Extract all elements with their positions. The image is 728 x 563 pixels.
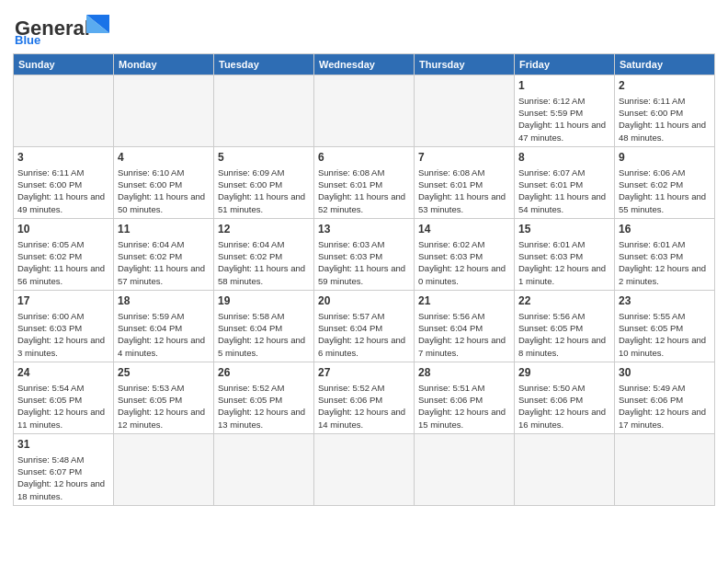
header-row: SundayMondayTuesdayWednesdayThursdayFrid… <box>14 54 715 75</box>
day-info: Sunrise: 5:53 AM Sunset: 6:05 PM Dayligh… <box>118 383 205 430</box>
calendar-cell: 23Sunrise: 5:55 AM Sunset: 6:05 PM Dayli… <box>615 290 715 362</box>
day-info: Sunrise: 6:08 AM Sunset: 6:01 PM Dayligh… <box>318 167 405 214</box>
day-number: 2 <box>619 78 711 94</box>
day-info: Sunrise: 5:56 AM Sunset: 6:04 PM Dayligh… <box>418 311 506 358</box>
calendar-cell: 6Sunrise: 6:08 AM Sunset: 6:01 PM Daylig… <box>314 146 415 218</box>
day-number: 29 <box>518 365 610 381</box>
day-number: 5 <box>218 150 310 166</box>
day-number: 7 <box>418 150 510 166</box>
week-row-1: 1Sunrise: 6:12 AM Sunset: 5:59 PM Daylig… <box>14 75 715 147</box>
header-sunday: Sunday <box>14 54 114 75</box>
calendar-cell: 11Sunrise: 6:04 AM Sunset: 6:02 PM Dayli… <box>114 218 214 290</box>
calendar-cell: 14Sunrise: 6:02 AM Sunset: 6:03 PM Dayli… <box>415 218 515 290</box>
week-row-2: 3Sunrise: 6:11 AM Sunset: 6:00 PM Daylig… <box>14 146 715 218</box>
calendar-cell: 12Sunrise: 6:04 AM Sunset: 6:02 PM Dayli… <box>214 218 314 290</box>
day-info: Sunrise: 5:58 AM Sunset: 6:04 PM Dayligh… <box>218 311 305 358</box>
calendar-cell: 26Sunrise: 5:52 AM Sunset: 6:05 PM Dayli… <box>214 362 314 433</box>
day-info: Sunrise: 5:48 AM Sunset: 6:07 PM Dayligh… <box>17 454 105 501</box>
week-row-6: 31Sunrise: 5:48 AM Sunset: 6:07 PM Dayli… <box>14 433 715 505</box>
calendar-page: General General Blue SundayMondayTuesday… <box>0 0 728 563</box>
day-number: 11 <box>118 222 210 237</box>
day-number: 17 <box>17 293 109 309</box>
day-number: 27 <box>318 365 410 381</box>
calendar-cell: 21Sunrise: 5:56 AM Sunset: 6:04 PM Dayli… <box>415 290 515 362</box>
calendar-cell <box>515 433 615 505</box>
day-info: Sunrise: 6:02 AM Sunset: 6:03 PM Dayligh… <box>418 239 506 286</box>
day-number: 4 <box>118 150 210 166</box>
day-number: 19 <box>218 293 310 309</box>
calendar-cell: 10Sunrise: 6:05 AM Sunset: 6:02 PM Dayli… <box>14 218 114 290</box>
calendar-cell <box>314 433 415 505</box>
calendar-cell: 22Sunrise: 5:56 AM Sunset: 6:05 PM Dayli… <box>515 290 615 362</box>
day-info: Sunrise: 6:04 AM Sunset: 6:02 PM Dayligh… <box>118 239 205 286</box>
day-number: 8 <box>518 150 610 166</box>
day-info: Sunrise: 6:09 AM Sunset: 6:00 PM Dayligh… <box>218 167 305 214</box>
calendar-cell <box>615 433 715 505</box>
calendar-cell: 29Sunrise: 5:50 AM Sunset: 6:06 PM Dayli… <box>515 362 615 433</box>
calendar-cell <box>415 433 515 505</box>
calendar-cell: 13Sunrise: 6:03 AM Sunset: 6:03 PM Dayli… <box>314 218 415 290</box>
day-number: 21 <box>418 293 510 309</box>
calendar-cell <box>114 433 214 505</box>
day-number: 9 <box>619 150 711 166</box>
calendar-cell: 7Sunrise: 6:08 AM Sunset: 6:01 PM Daylig… <box>415 146 515 218</box>
day-info: Sunrise: 6:04 AM Sunset: 6:02 PM Dayligh… <box>218 239 305 286</box>
header-tuesday: Tuesday <box>214 54 314 75</box>
calendar-cell: 8Sunrise: 6:07 AM Sunset: 6:01 PM Daylig… <box>515 146 615 218</box>
calendar-cell: 5Sunrise: 6:09 AM Sunset: 6:00 PM Daylig… <box>214 146 314 218</box>
calendar-table: SundayMondayTuesdayWednesdayThursdayFrid… <box>13 53 715 506</box>
header: General General Blue <box>13 9 715 50</box>
day-info: Sunrise: 5:52 AM Sunset: 6:05 PM Dayligh… <box>218 383 305 430</box>
day-info: Sunrise: 5:59 AM Sunset: 6:04 PM Dayligh… <box>118 311 205 358</box>
day-number: 13 <box>318 222 410 237</box>
header-friday: Friday <box>515 54 615 75</box>
day-info: Sunrise: 5:54 AM Sunset: 6:05 PM Dayligh… <box>17 383 105 430</box>
day-info: Sunrise: 5:56 AM Sunset: 6:05 PM Dayligh… <box>518 311 606 358</box>
calendar-cell: 16Sunrise: 6:01 AM Sunset: 6:03 PM Dayli… <box>615 218 715 290</box>
day-info: Sunrise: 6:10 AM Sunset: 6:00 PM Dayligh… <box>118 167 205 214</box>
calendar-cell: 25Sunrise: 5:53 AM Sunset: 6:05 PM Dayli… <box>114 362 214 433</box>
calendar-cell: 18Sunrise: 5:59 AM Sunset: 6:04 PM Dayli… <box>114 290 214 362</box>
calendar-cell <box>314 75 415 147</box>
day-number: 12 <box>218 222 310 237</box>
calendar-cell <box>214 433 314 505</box>
day-number: 24 <box>17 365 109 381</box>
calendar-cell: 2Sunrise: 6:11 AM Sunset: 6:00 PM Daylig… <box>615 75 715 147</box>
header-wednesday: Wednesday <box>314 54 415 75</box>
day-info: Sunrise: 6:11 AM Sunset: 6:00 PM Dayligh… <box>619 96 706 143</box>
calendar-cell: 19Sunrise: 5:58 AM Sunset: 6:04 PM Dayli… <box>214 290 314 362</box>
week-row-5: 24Sunrise: 5:54 AM Sunset: 6:05 PM Dayli… <box>14 362 715 433</box>
calendar-cell: 4Sunrise: 6:10 AM Sunset: 6:00 PM Daylig… <box>114 146 214 218</box>
day-number: 3 <box>17 150 109 166</box>
day-number: 26 <box>218 365 310 381</box>
day-info: Sunrise: 6:07 AM Sunset: 6:01 PM Dayligh… <box>518 167 606 214</box>
calendar-cell: 27Sunrise: 5:52 AM Sunset: 6:06 PM Dayli… <box>314 362 415 433</box>
calendar-cell: 30Sunrise: 5:49 AM Sunset: 6:06 PM Dayli… <box>615 362 715 433</box>
calendar-cell <box>14 75 114 147</box>
calendar-cell: 28Sunrise: 5:51 AM Sunset: 6:06 PM Dayli… <box>415 362 515 433</box>
logo: General General Blue <box>13 9 114 50</box>
calendar-cell: 24Sunrise: 5:54 AM Sunset: 6:05 PM Dayli… <box>14 362 114 433</box>
day-number: 14 <box>418 222 510 237</box>
day-info: Sunrise: 6:05 AM Sunset: 6:02 PM Dayligh… <box>17 239 105 286</box>
calendar-cell: 9Sunrise: 6:06 AM Sunset: 6:02 PM Daylig… <box>615 146 715 218</box>
calendar-cell: 3Sunrise: 6:11 AM Sunset: 6:00 PM Daylig… <box>14 146 114 218</box>
header-saturday: Saturday <box>615 54 715 75</box>
calendar-cell: 1Sunrise: 6:12 AM Sunset: 5:59 PM Daylig… <box>515 75 615 147</box>
day-info: Sunrise: 6:08 AM Sunset: 6:01 PM Dayligh… <box>418 167 506 214</box>
day-info: Sunrise: 5:57 AM Sunset: 6:04 PM Dayligh… <box>318 311 405 358</box>
header-monday: Monday <box>114 54 214 75</box>
day-info: Sunrise: 5:49 AM Sunset: 6:06 PM Dayligh… <box>619 383 706 430</box>
day-number: 31 <box>17 437 109 453</box>
calendar-cell <box>415 75 515 147</box>
calendar-cell: 15Sunrise: 6:01 AM Sunset: 6:03 PM Dayli… <box>515 218 615 290</box>
day-number: 10 <box>17 222 109 237</box>
week-row-3: 10Sunrise: 6:05 AM Sunset: 6:02 PM Dayli… <box>14 218 715 290</box>
day-info: Sunrise: 6:03 AM Sunset: 6:03 PM Dayligh… <box>318 239 405 286</box>
calendar-cell <box>214 75 314 147</box>
calendar-cell: 20Sunrise: 5:57 AM Sunset: 6:04 PM Dayli… <box>314 290 415 362</box>
day-number: 28 <box>418 365 510 381</box>
day-info: Sunrise: 6:06 AM Sunset: 6:02 PM Dayligh… <box>619 167 706 214</box>
week-row-4: 17Sunrise: 6:00 AM Sunset: 6:03 PM Dayli… <box>14 290 715 362</box>
calendar-cell <box>114 75 214 147</box>
